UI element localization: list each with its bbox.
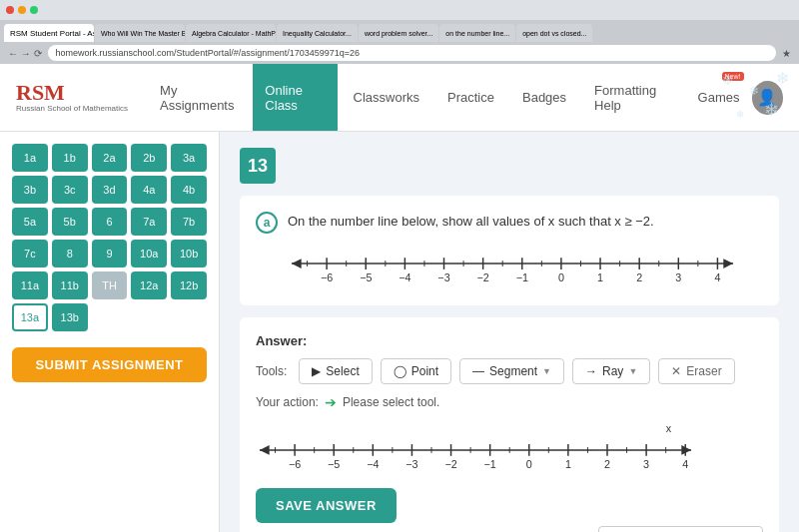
nav-item-my-assignments[interactable]: My Assignments	[148, 64, 249, 131]
tool-ray-button[interactable]: → Ray ▼	[572, 358, 650, 384]
segment-icon: —	[472, 364, 484, 378]
sidebar: 1a 1b 2a 2b 3a 3b 3c 3d 4a 4b 5a 5b 6 7a…	[0, 132, 220, 532]
logo-rsm-text: RSM	[16, 82, 128, 104]
question-text: On the number line below, show all value…	[288, 212, 654, 232]
tab-3[interactable]: Algebra Calculator - MathP...	[186, 24, 276, 42]
avatar[interactable]: 👤	[752, 81, 784, 115]
grid-cell-6[interactable]: 6	[92, 208, 128, 236]
grid-cell-9[interactable]: 9	[92, 240, 128, 267]
grid-cell-13a[interactable]: 13a	[12, 303, 48, 331]
grid-cell-13b[interactable]: 13b	[52, 303, 88, 331]
svg-text:−5: −5	[360, 271, 372, 283]
tool-select-button[interactable]: ▶ Select	[299, 358, 372, 384]
tools-row: Tools: ▶ Select ◯ Point — Segment ▼ → Ra…	[256, 358, 763, 384]
browser-bar	[0, 0, 799, 20]
action-row: Your action: ➔ Please select tool.	[256, 394, 763, 410]
nav-item-practice[interactable]: Practice	[435, 64, 506, 131]
svg-text:x: x	[666, 422, 672, 434]
nav-item-classworks[interactable]: Classworks	[342, 64, 431, 131]
tool-point-button[interactable]: ◯ Point	[381, 358, 451, 384]
nav-items: My Assignments Online Class Classworks P…	[148, 64, 751, 131]
ray-chevron: ▼	[628, 366, 637, 376]
tool-eraser-button[interactable]: ✕ Eraser	[658, 358, 734, 384]
tool-select-label: Select	[326, 364, 359, 378]
answer-label: Answer:	[256, 333, 763, 348]
grid-cell-5a[interactable]: 5a	[12, 208, 48, 236]
problem-number: 13	[240, 148, 276, 184]
action-text: Please select tool.	[343, 395, 439, 409]
grid-cell-4a[interactable]: 4a	[131, 176, 167, 204]
grid-cell-3d[interactable]: 3d	[92, 176, 128, 204]
grid-cell-2a[interactable]: 2a	[92, 144, 128, 172]
grid-cell-3a[interactable]: 3a	[171, 144, 207, 172]
grid-cell-11a[interactable]: 11a	[12, 271, 48, 299]
point-icon: ◯	[394, 364, 406, 378]
grid-cell-12a[interactable]: 12a	[131, 271, 167, 299]
grid-cell-7c[interactable]: 7c	[12, 240, 48, 267]
submit-assignment-button[interactable]: SUBMIT ASSIGNMENT	[12, 347, 207, 382]
grid-cell-4b[interactable]: 4b	[171, 176, 207, 204]
tool-ray-label: Ray	[602, 364, 623, 378]
tool-segment-label: Segment	[489, 364, 537, 378]
question-row: a On the number line below, show all val…	[256, 212, 763, 234]
grid-cell-10a[interactable]: 10a	[131, 240, 167, 267]
svg-text:4: 4	[682, 458, 688, 470]
svg-text:−3: −3	[437, 271, 449, 283]
tool-segment-button[interactable]: — Segment ▼	[459, 358, 564, 384]
nav-item-online-class[interactable]: Online Class	[253, 64, 337, 131]
svg-text:−6: −6	[289, 458, 301, 470]
grid-cell-5b[interactable]: 5b	[52, 208, 88, 236]
browser-tabs: RSM Student Portal - Assig... Who Will W…	[0, 20, 799, 42]
svg-text:−3: −3	[405, 458, 417, 470]
tab-7[interactable]: open dot vs closed...	[516, 24, 592, 42]
address-input[interactable]: homework.russianschool.com/StudentPortal…	[48, 45, 776, 61]
question-block: a On the number line below, show all val…	[240, 196, 779, 305]
logo-subtitle: Russian School of Mathematics	[16, 104, 128, 113]
grid-cell-2b[interactable]: 2b	[131, 144, 167, 172]
grid-cell-11b[interactable]: 11b	[52, 271, 88, 299]
svg-text:1: 1	[565, 458, 571, 470]
nav-item-formatting-help[interactable]: Formatting Help	[582, 64, 682, 131]
logo: RSM Russian School of Mathematics	[16, 82, 128, 113]
new-badge: New!	[722, 72, 744, 81]
answer-line-svg[interactable]: x −6 −5 −4 −3 −2	[256, 422, 695, 472]
grid-cell-th[interactable]: TH	[92, 271, 128, 299]
grid-cell-10b[interactable]: 10b	[171, 240, 207, 267]
svg-text:0: 0	[558, 271, 564, 283]
svg-text:−5: −5	[328, 458, 340, 470]
tool-eraser-label: Eraser	[686, 364, 721, 378]
action-arrow-icon: ➔	[325, 394, 337, 410]
address-bar: ← → ⟳ homework.russianschool.com/Student…	[0, 42, 799, 64]
active-tab[interactable]: RSM Student Portal - Assig...	[4, 24, 94, 42]
answer-section: Answer: Tools: ▶ Select ◯ Point — Segmen…	[240, 317, 779, 532]
grid-cell-7b[interactable]: 7b	[171, 208, 207, 236]
grid-cell-3b[interactable]: 3b	[12, 176, 48, 204]
segment-chevron: ▼	[542, 366, 551, 376]
tab-5[interactable]: word problem solver...	[359, 24, 438, 42]
main-layout: 1a 1b 2a 2b 3a 3b 3c 3d 4a 4b 5a 5b 6 7a…	[0, 132, 799, 532]
nav-item-games[interactable]: Games New!	[686, 64, 752, 131]
eraser-icon: ✕	[671, 364, 681, 378]
tab-6[interactable]: on the number line...	[439, 24, 515, 42]
svg-text:2: 2	[604, 458, 610, 470]
grid-cell-1b[interactable]: 1b	[52, 144, 88, 172]
tool-point-label: Point	[411, 364, 438, 378]
tab-2[interactable]: Who Will Win The Master B...	[95, 24, 185, 42]
answer-number-line[interactable]: x −6 −5 −4 −3 −2	[256, 422, 763, 476]
help-formatting-button[interactable]: Need help with formatting?	[598, 526, 763, 532]
svg-text:−2: −2	[477, 271, 489, 283]
grid-cell-1a[interactable]: 1a	[12, 144, 48, 172]
save-answer-button[interactable]: SAVE ANSWER	[256, 488, 397, 523]
grid-cell-7a[interactable]: 7a	[131, 208, 167, 236]
svg-text:2: 2	[636, 271, 642, 283]
grid-cell-8[interactable]: 8	[52, 240, 88, 267]
svg-text:−6: −6	[321, 271, 333, 283]
grid-cell-12b[interactable]: 12b	[171, 271, 207, 299]
svg-text:−2: −2	[444, 458, 456, 470]
grid-cell-3c[interactable]: 3c	[52, 176, 88, 204]
svg-text:3: 3	[643, 458, 649, 470]
question-part-label: a	[256, 212, 278, 234]
nav-item-badges[interactable]: Badges	[510, 64, 578, 131]
svg-text:−4: −4	[399, 271, 410, 283]
tab-4[interactable]: Inequality Calculator...	[277, 24, 358, 42]
